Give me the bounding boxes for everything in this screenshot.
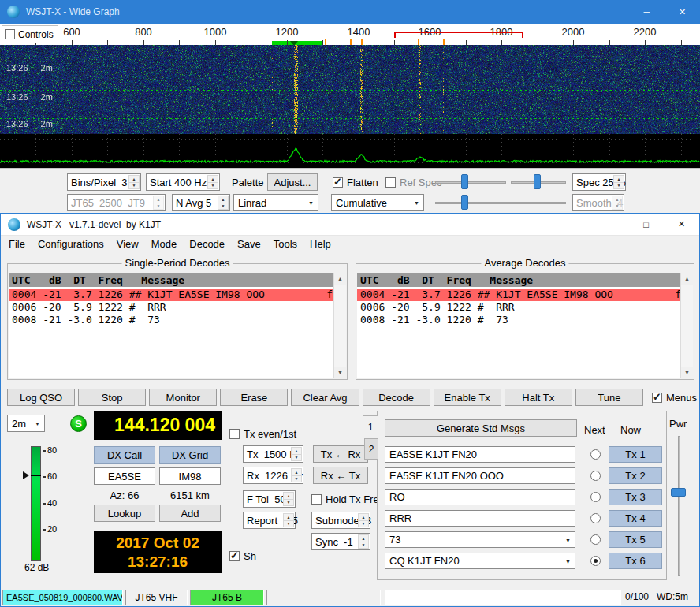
tx-4-button[interactable]: Tx 4 bbox=[609, 510, 662, 527]
decode-row[interactable]: 0008 -21 -3.0 1220 # 73 bbox=[357, 314, 682, 326]
display-mode-combo[interactable]: Cumulative bbox=[331, 194, 424, 211]
menu-mode[interactable]: Mode bbox=[145, 238, 184, 250]
band-combo[interactable]: 2m bbox=[7, 415, 45, 432]
menu-decode[interactable]: Decode bbox=[183, 238, 231, 250]
start-freq-spinbox[interactable]: Start 400 Hz bbox=[146, 173, 220, 191]
spinner-arrows-icon[interactable] bbox=[358, 513, 369, 527]
menu-configurations[interactable]: Configurations bbox=[32, 238, 110, 250]
stop-button[interactable]: Stop bbox=[78, 389, 146, 406]
spec-percent-spinbox[interactable]: Spec 25 % bbox=[572, 173, 626, 191]
jt65-jt9-split-spinbox[interactable]: JT65 2500 JT9 bbox=[67, 194, 166, 211]
tx-3-next-radio[interactable] bbox=[590, 492, 601, 502]
smooth-spinbox[interactable]: Smooth 4 bbox=[572, 194, 624, 211]
messages-tab-2[interactable]: 2 bbox=[364, 438, 378, 460]
tx-2-next-radio[interactable] bbox=[590, 471, 601, 481]
f-tol-spinbox[interactable]: F Tol 50 bbox=[243, 490, 296, 508]
scrollbar[interactable]: ▲ ▼ bbox=[333, 273, 346, 378]
dx-grid-field[interactable]: IM98 bbox=[159, 467, 221, 485]
hold-tx-freq-checkbox[interactable]: Hold Tx Freq bbox=[311, 493, 385, 505]
spinner-arrows-icon[interactable] bbox=[218, 196, 229, 210]
scrollbar[interactable]: ▲ ▼ bbox=[680, 273, 693, 378]
report-spinbox[interactable]: Report -15 bbox=[243, 512, 296, 529]
decode-list[interactable]: 0004 -21 3.7 1226 ## K1JT EA5SE IM98 OOO… bbox=[9, 287, 335, 378]
generate-std-msgs-button[interactable]: Generate Std Msgs bbox=[385, 419, 577, 437]
maximize-icon[interactable]: □ bbox=[628, 214, 664, 235]
sh-checkbox[interactable]: Sh bbox=[229, 550, 256, 562]
dx-call-button[interactable]: DX Call bbox=[94, 446, 155, 464]
dx-call-field[interactable]: EA5SE bbox=[94, 467, 155, 485]
scroll-down-icon[interactable]: ▼ bbox=[334, 367, 346, 378]
monitor-button[interactable]: Monitor bbox=[149, 389, 217, 406]
scroll-up-icon[interactable]: ▲ bbox=[681, 273, 693, 285]
spinner-arrows-icon[interactable] bbox=[291, 468, 302, 482]
tx-message-6-combo[interactable]: CQ K1JT FN20 bbox=[385, 553, 575, 569]
menu-save[interactable]: Save bbox=[231, 238, 267, 250]
decode-button[interactable]: Decode bbox=[363, 389, 430, 406]
controls-checkbox[interactable] bbox=[5, 29, 15, 39]
tx-4-next-radio[interactable] bbox=[590, 513, 601, 523]
menus-checkbox[interactable]: Menus bbox=[652, 392, 697, 404]
tx-6-button[interactable]: Tx 6 bbox=[609, 553, 662, 569]
clear-avg-button[interactable]: Clear Avg bbox=[291, 389, 359, 406]
slider-thumb[interactable] bbox=[461, 195, 468, 210]
spinner-arrows-icon[interactable] bbox=[283, 492, 294, 506]
n-avg-spinbox[interactable]: N Avg 5 bbox=[172, 194, 230, 211]
minimize-icon[interactable]: ─ bbox=[593, 214, 628, 235]
halt-tx-button[interactable]: Halt Tx bbox=[505, 389, 572, 406]
spectrum-display[interactable] bbox=[0, 134, 700, 168]
tx-from-rx-button[interactable]: Tx ← Rx bbox=[313, 445, 368, 463]
spinner-arrows-icon[interactable] bbox=[207, 175, 218, 189]
decode-row[interactable]: 0008 -21 -3.0 1220 # 73 bbox=[9, 314, 335, 326]
tune-button[interactable]: Tune bbox=[575, 389, 643, 406]
minimize-icon[interactable]: ─ bbox=[629, 0, 665, 24]
flatten-checkbox[interactable]: Flatten bbox=[333, 177, 378, 188]
slider-thumb[interactable] bbox=[461, 174, 468, 189]
tx-message-2-field[interactable]: EA5SE K1JT FN20 OOO bbox=[385, 467, 575, 484]
pwr-slider-thumb[interactable] bbox=[671, 488, 686, 497]
tx-5-next-radio[interactable] bbox=[590, 534, 601, 545]
tx-1-next-radio[interactable] bbox=[590, 449, 601, 460]
spinner-arrows-icon[interactable] bbox=[128, 175, 140, 189]
controls-toggle[interactable]: Controls bbox=[2, 25, 58, 43]
decode-row[interactable]: 0006 -20 5.9 1222 # RRR bbox=[9, 301, 335, 314]
sync-spinbox[interactable]: Sync -1 bbox=[311, 533, 370, 550]
tx-message-5-combo[interactable]: 73 bbox=[385, 531, 575, 548]
frequency-ruler[interactable]: 600 800 1000 1200 1400 1600 1800 2000 22… bbox=[0, 24, 700, 45]
spectrum-gain-slider[interactable] bbox=[435, 195, 566, 210]
pwr-slider[interactable] bbox=[678, 436, 680, 576]
add-button[interactable]: Add bbox=[159, 505, 221, 522]
lookup-button[interactable]: Lookup bbox=[94, 505, 155, 522]
tx-1-button[interactable]: Tx 1 bbox=[609, 446, 662, 463]
decode-list[interactable]: 0004 -21 3.7 1226 ## K1JT EA5SE IM98 OOO… bbox=[357, 287, 682, 378]
close-icon[interactable]: ✕ bbox=[665, 0, 700, 24]
spinner-arrows-icon[interactable] bbox=[291, 447, 302, 461]
waterfall-zero-slider[interactable] bbox=[511, 174, 566, 190]
tx-6-next-radio[interactable] bbox=[590, 556, 601, 566]
scroll-down-icon[interactable]: ▼ bbox=[681, 367, 693, 378]
enable-tx-button[interactable]: Enable Tx bbox=[434, 389, 501, 406]
rx-freq-spinbox[interactable]: Rx 1226 Hz bbox=[243, 467, 303, 484]
close-icon[interactable]: ✕ bbox=[664, 214, 699, 235]
dx-grid-button[interactable]: DX Grid bbox=[159, 446, 221, 464]
wide-graph-titlebar[interactable]: WSJT-X - Wide Graph ─ ✕ bbox=[0, 0, 700, 24]
menu-tools[interactable]: Tools bbox=[267, 238, 303, 250]
erase-button[interactable]: Erase bbox=[220, 389, 288, 406]
palette-combo[interactable]: Linrad bbox=[233, 194, 318, 211]
rx-from-tx-button[interactable]: Rx ← Tx bbox=[313, 467, 368, 484]
main-titlebar[interactable]: WSJT-X v1.7.1-devel by K1JT ─ □ ✕ bbox=[1, 214, 699, 236]
decode-row[interactable]: 0004 -21 3.7 1226 ## K1JT EA5SE IM98 OOO… bbox=[9, 289, 335, 301]
tx-freq-spinbox[interactable]: Tx 1500 Hz bbox=[243, 445, 303, 463]
log-qso-button[interactable]: Log QSO bbox=[7, 389, 75, 406]
waterfall-display[interactable] bbox=[0, 45, 700, 134]
tx-3-button[interactable]: Tx 3 bbox=[609, 489, 662, 505]
waterfall-gain-slider[interactable] bbox=[435, 174, 506, 190]
tx-5-button[interactable]: Tx 5 bbox=[609, 531, 662, 548]
messages-tab-1[interactable]: 1 bbox=[363, 415, 378, 438]
submode-spinbox[interactable]: Submode B bbox=[311, 512, 370, 529]
slider-thumb[interactable] bbox=[534, 174, 541, 189]
menu-file[interactable]: File bbox=[2, 238, 32, 250]
scroll-up-icon[interactable]: ▲ bbox=[334, 273, 346, 285]
menu-view[interactable]: View bbox=[110, 238, 145, 250]
tx-2-button[interactable]: Tx 2 bbox=[609, 467, 662, 484]
menu-help[interactable]: Help bbox=[303, 238, 337, 250]
